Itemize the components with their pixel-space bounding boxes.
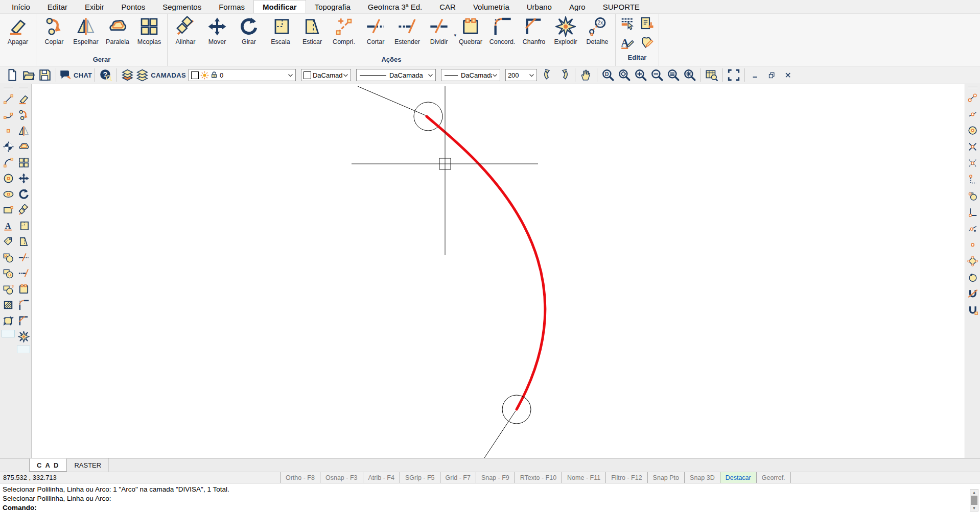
ribbon-espelhar-button[interactable]: Espelhar [70,15,102,45]
status-grid-f7-toggle[interactable]: Grid - F7 [440,472,476,483]
ribbon-paralela-button[interactable]: Paralela [102,15,133,45]
linetype-select-combo[interactable]: DaCamada [356,69,436,81]
tool-trim-button[interactable] [17,251,30,264]
help-button[interactable]: ? [98,67,114,83]
tool-shape-copy-button[interactable] [2,282,15,296]
ribbon-edit-tag-button[interactable] [639,35,655,53]
tool-break-button[interactable] [17,282,30,296]
zoom-dynamic-button[interactable]: D [600,67,616,83]
undo-button[interactable] [540,67,556,83]
snap-midpoint-button[interactable] [966,108,979,121]
chevron-down-icon[interactable] [343,74,348,77]
tool-erase-button[interactable] [17,92,30,106]
zoom-out-button[interactable] [649,67,665,83]
tool-extend-button[interactable] [17,266,30,280]
tab-pontos[interactable]: Pontos [113,0,154,13]
ribbon-quebrar-button[interactable]: Quebrar [455,15,486,45]
command-line-panel[interactable]: Selecionar Polilinha, Linha ou Arco: 1 "… [0,483,980,512]
toolbox-grip[interactable] [19,87,28,89]
open-file-button[interactable] [20,67,37,83]
tool-parallel-button[interactable] [17,140,30,153]
status-sgrip-f5-toggle[interactable]: SGrip - F5 [400,472,440,483]
status-osnap-f3-toggle[interactable]: Osnap - F3 [320,472,363,483]
chevron-down-icon[interactable] [428,74,433,77]
drawing-canvas[interactable] [32,84,965,458]
save-file-button[interactable] [37,67,53,83]
status-ortho-f8-toggle[interactable]: Ortho - F8 [280,472,320,483]
ribbon-girar-button[interactable]: Girar [233,15,265,45]
pan-button[interactable] [578,67,594,83]
tab-inicio[interactable]: Início [3,0,39,13]
chevron-down-icon[interactable] [529,74,534,77]
snap-intersection-button[interactable] [966,140,979,154]
ribbon-alinhar-button[interactable]: Alinhar [170,15,201,45]
view-tab-raster[interactable]: RASTER [67,458,109,472]
zoom-in-button[interactable] [633,67,649,83]
status-snap-f9-toggle[interactable]: Snap - F9 [476,472,515,483]
ribbon-dividir-button[interactable]: Dividir▾ [423,15,455,45]
ribbon-cortar-button[interactable]: Cortar [360,15,391,45]
tool-explode-button[interactable] [17,330,30,343]
chevron-down-icon[interactable] [492,74,498,77]
tab-exibir[interactable]: Exibir [76,0,113,13]
layer-select-combo[interactable]: 0 [189,69,296,81]
tool-rectangle-button[interactable] [2,203,15,216]
tool-shape-circle-2-button[interactable] [2,266,15,280]
tool-copy-button[interactable] [17,108,30,121]
zoom-level-combo[interactable]: 200 [505,69,537,81]
status-filtro-f12-toggle[interactable]: Filtro - F12 [605,472,647,483]
status-destacar-toggle[interactable]: Destacar [720,472,756,483]
tool-fillet-button[interactable] [17,298,30,311]
tab-modificar[interactable]: Modificar [253,0,306,13]
snap-apparent-button[interactable] [966,157,979,170]
tab-agro[interactable]: Agro [561,0,594,13]
snap-tangent-button[interactable] [966,189,979,203]
tool-arc-button[interactable] [2,156,15,169]
snap-endpoint-button[interactable] [966,91,979,105]
command-prompt[interactable]: Comando: [3,503,980,512]
tool-polyline-arc-button[interactable] [2,108,15,121]
tool-hatch-button[interactable] [2,298,15,311]
ribbon-explodir-button[interactable]: Explodir [550,15,581,45]
ribbon-apagar-button[interactable]: Apagar [2,15,34,45]
status-nome-f11-toggle[interactable]: Nome - F11 [562,472,605,483]
scroll-thumb[interactable] [971,496,977,505]
chat-button[interactable]: CHAT [59,67,92,83]
snap-point-button[interactable] [966,173,979,186]
redo-button[interactable] [556,67,572,83]
ribbon-escala-button[interactable]: Escala [265,15,296,45]
table-search-button[interactable] [704,67,720,83]
ribbon-estender-button[interactable]: Estender [391,15,423,45]
tab-volumetria[interactable]: Volumetria [464,0,518,13]
snap-rotate-button[interactable] [966,271,979,284]
tool-shape-circle-button[interactable] [2,251,15,264]
ribbon-detalhe-button[interactable]: 2xDetalhe [581,15,613,45]
ribbon-edit-text-button[interactable]: A [620,35,635,53]
tool-hatch-border-button[interactable] [2,314,15,327]
tool-circle-button[interactable] [2,172,15,185]
toolbox-grip[interactable] [968,86,977,88]
zoom-extents-button[interactable] [682,67,698,83]
tool-center-point-button[interactable] [2,140,15,153]
zoom-window-button[interactable] [616,67,633,83]
toolbox-grip[interactable] [4,87,13,89]
command-scrollbar[interactable]: ▲ ▼ [970,489,978,511]
tab-topografia[interactable]: Topografia [306,0,359,13]
fullscreen-button[interactable] [726,67,742,83]
snap-nearest-button[interactable] [966,222,979,235]
tool-move-button[interactable] [17,172,30,185]
snap-on-button[interactable] [966,304,979,317]
ribbon-chanfro-button[interactable]: Chanfro [518,15,550,45]
tool-ellipse-button[interactable] [2,187,15,201]
tool-multi-copy-button[interactable] [17,156,30,169]
zoom-layers-button[interactable] [665,67,682,83]
ribbon-mover-button[interactable]: Mover [201,15,233,45]
layers-panel-button[interactable]: CAMADAS [136,67,186,83]
tool-line-button[interactable] [2,92,15,106]
window-minimize-button[interactable] [749,68,762,82]
tab-formas[interactable]: Formas [210,0,253,13]
snap-quadrant-button[interactable] [966,255,979,268]
ribbon-copiar-button[interactable]: Copiar [38,15,70,45]
tool-tag-button[interactable] [2,235,15,248]
ribbon-esticar-button[interactable]: Esticar [296,15,328,45]
